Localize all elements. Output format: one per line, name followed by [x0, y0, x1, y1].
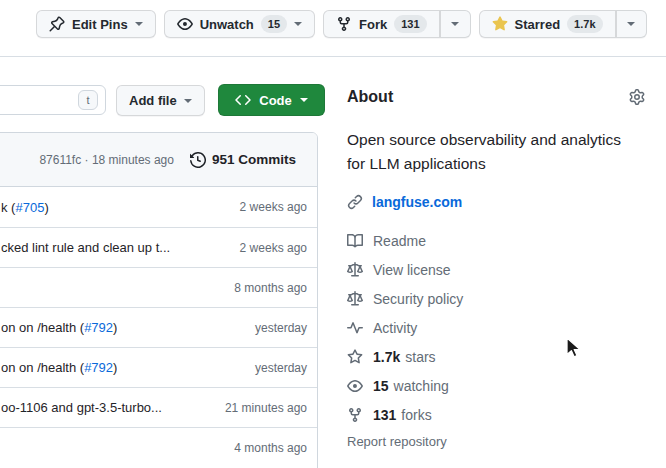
- eye-icon: [347, 378, 363, 394]
- file-table: 87611fc · 18 minutes ago 951 Commits k (…: [0, 132, 318, 468]
- pin-icon: [49, 16, 65, 32]
- code-button[interactable]: Code: [218, 84, 325, 116]
- about-sidebar: About Open source observability and anal…: [347, 0, 645, 468]
- eye-icon: [177, 16, 193, 32]
- table-row[interactable]: k (#705) 2 weeks ago: [0, 187, 317, 227]
- commit-date: 4 months ago: [234, 441, 307, 455]
- commit-time: 18 minutes ago: [92, 153, 174, 167]
- add-file-button[interactable]: Add file: [116, 85, 205, 116]
- commit-message[interactable]: oo-1106 and gpt-3.5-turbo...: [1, 400, 162, 415]
- watch-count-badge: 15: [261, 15, 287, 33]
- gear-icon[interactable]: [629, 89, 645, 105]
- github-repo-page: Edit Pins Unwatch 15 Fork 131 Starred 1.…: [0, 0, 666, 468]
- pr-link[interactable]: #705: [15, 200, 44, 215]
- website-link-row: langfuse.com: [347, 194, 462, 210]
- commit-separator: ·: [85, 153, 89, 167]
- commit-date: 2 weeks ago: [240, 200, 307, 214]
- pr-link[interactable]: #792: [84, 360, 113, 375]
- report-repository-link[interactable]: Report repository: [347, 434, 447, 449]
- table-row[interactable]: 8 months ago: [0, 267, 317, 307]
- history-icon: [190, 152, 206, 168]
- law-icon: [347, 291, 363, 307]
- chevron-down-icon: [300, 98, 308, 102]
- commit-date: 2 weeks ago: [240, 241, 307, 255]
- edit-pins-label: Edit Pins: [72, 17, 128, 32]
- commit-hash[interactable]: 87611fc: [39, 153, 81, 167]
- commit-message[interactable]: k (#705): [1, 200, 49, 215]
- about-links-list: Readme View license Security policy Acti…: [347, 226, 645, 429]
- book-icon: [347, 233, 363, 249]
- readme-link[interactable]: Readme: [347, 226, 645, 255]
- commit-message[interactable]: cked lint rule and clean up t...: [1, 240, 170, 255]
- view-license-link[interactable]: View license: [347, 255, 645, 284]
- law-icon: [347, 262, 363, 278]
- about-header: About: [347, 88, 645, 106]
- table-row[interactable]: cked lint rule and clean up t... 2 weeks…: [0, 227, 317, 267]
- latest-commit-bar: 87611fc · 18 minutes ago 951 Commits: [0, 133, 317, 187]
- star-icon: [347, 349, 363, 365]
- unwatch-button[interactable]: Unwatch 15: [164, 10, 315, 38]
- commit-history-link[interactable]: 951 Commits: [190, 152, 296, 168]
- code-icon: [235, 92, 251, 108]
- commits-count: 951 Commits: [212, 152, 296, 167]
- stars-link[interactable]: 1.7k stars: [347, 342, 645, 371]
- table-row[interactable]: 4 months ago: [0, 427, 317, 467]
- go-to-file-input[interactable]: t: [0, 85, 106, 115]
- commit-message[interactable]: on on /health (#792): [1, 320, 117, 335]
- table-row[interactable]: on on /health (#792) yesterday: [0, 347, 317, 387]
- table-row[interactable]: oo-1106 and gpt-3.5-turbo... 21 minutes …: [0, 387, 317, 427]
- pulse-icon: [347, 320, 363, 336]
- forks-link[interactable]: 131 forks: [347, 400, 645, 429]
- chevron-down-icon: [294, 22, 302, 26]
- go-to-file-shortcut-badge: t: [78, 90, 98, 110]
- code-label: Code: [259, 93, 292, 108]
- pr-link[interactable]: #792: [84, 320, 113, 335]
- about-title: About: [347, 88, 393, 106]
- chevron-down-icon: [135, 22, 143, 26]
- watching-link[interactable]: 15 watching: [347, 371, 645, 400]
- website-link[interactable]: langfuse.com: [372, 194, 462, 210]
- add-file-label: Add file: [129, 93, 177, 108]
- unwatch-label: Unwatch: [200, 17, 254, 32]
- commit-date: yesterday: [255, 321, 307, 335]
- commit-date: 8 months ago: [234, 281, 307, 295]
- commit-date: 21 minutes ago: [225, 401, 307, 415]
- link-icon: [347, 194, 363, 210]
- activity-link[interactable]: Activity: [347, 313, 645, 342]
- repo-description: Open source observability and analytics …: [347, 128, 645, 176]
- fork-icon: [347, 407, 363, 423]
- commit-date: yesterday: [255, 361, 307, 375]
- latest-commit-meta[interactable]: 87611fc · 18 minutes ago: [39, 153, 174, 167]
- table-row[interactable]: on on /health (#792) yesterday: [0, 307, 317, 347]
- security-policy-link[interactable]: Security policy: [347, 284, 645, 313]
- chevron-down-icon: [184, 99, 192, 103]
- commit-message[interactable]: on on /health (#792): [1, 360, 117, 375]
- edit-pins-button[interactable]: Edit Pins: [36, 10, 156, 38]
